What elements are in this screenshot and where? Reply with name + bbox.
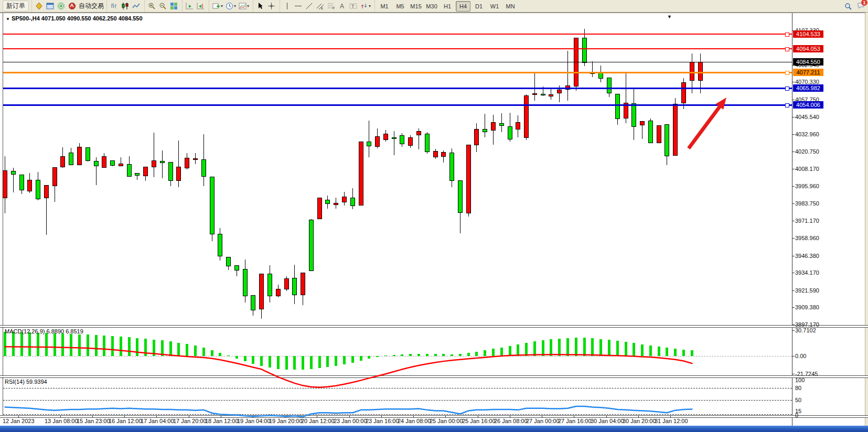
crosshair-icon[interactable]	[266, 1, 277, 12]
new-order-button[interactable]: 新订单	[3, 1, 29, 12]
zoom-out-icon[interactable]	[157, 1, 168, 12]
trend-arrow-shaft[interactable]	[689, 103, 722, 148]
templates-icon-dropdown[interactable]: ▾	[247, 4, 249, 8]
macd-signal-line	[5, 347, 692, 387]
timeframe-M15[interactable]: M15	[409, 1, 423, 12]
search-icon[interactable]	[843, 1, 854, 12]
toolbar-group: M1M5M15M30H1H4D1W1MN	[374, 1, 520, 12]
timeframe-H4[interactable]: H4	[456, 1, 470, 12]
chart-shift-icon[interactable]	[195, 1, 206, 12]
price-label-badge: 4094.053	[793, 45, 823, 52]
trendline-icon[interactable]	[304, 1, 315, 12]
svg-text:E: E	[321, 7, 323, 10]
svg-text:A: A	[340, 3, 344, 10]
timeframe-H1[interactable]: H1	[440, 1, 455, 12]
chevron-down-icon[interactable]: ▼	[6, 17, 10, 21]
arrows-icon[interactable]	[359, 1, 370, 12]
periods-icon-dropdown[interactable]: ▾	[234, 4, 236, 8]
bar-chart-icon[interactable]	[109, 1, 120, 12]
arrows-icon-dropdown[interactable]: ▾	[369, 4, 371, 8]
label-icon[interactable]: T	[348, 1, 359, 12]
periods-icon[interactable]	[224, 1, 235, 12]
templates-icon[interactable]	[237, 1, 248, 12]
chart-window[interactable]: ▼ SP500-,H4 4071.050 4090.550 4062.250 4…	[0, 13, 868, 426]
toolbar-group	[182, 1, 208, 12]
timeframe-M1[interactable]: M1	[377, 1, 392, 12]
timeframe-D1[interactable]: D1	[471, 1, 486, 12]
autotrade-icon[interactable]	[67, 1, 78, 12]
quote-header: ▼ SP500-,H4 4071.050 4090.550 4062.250 4…	[4, 15, 144, 21]
toolbar-group	[144, 1, 181, 12]
notification-badge: 1	[861, 0, 867, 6]
macd-label: MACD(12,26,9) 6.8890 6.8519	[5, 328, 83, 334]
auto-scroll-icon[interactable]	[184, 1, 195, 12]
main-toolbar: 新订单自动交易▾▾▾EFAT▾M1M5M15M30H1H4D1W1MN1	[0, 0, 868, 13]
timeframe-M30[interactable]: M30	[424, 1, 439, 12]
price-label-badge: 4084.550	[793, 58, 823, 66]
cursor-icon[interactable]	[255, 1, 266, 12]
price-label-badge: 4077.211	[793, 69, 823, 76]
price-label-badge: 4065.982	[793, 84, 823, 92]
add-indicator-icon[interactable]	[211, 1, 222, 12]
toolbar-group: EFAT▾	[280, 1, 373, 12]
fibonacci-icon[interactable]: F	[326, 1, 337, 12]
timeframe-M5[interactable]: M5	[393, 1, 408, 12]
navigator-icon[interactable]	[56, 1, 67, 12]
notifications-button[interactable]: 1	[857, 2, 865, 11]
vline-icon[interactable]	[282, 1, 293, 12]
svg-text:T: T	[351, 4, 355, 9]
rsi-line	[5, 406, 692, 417]
timeframe-W1[interactable]: W1	[487, 1, 502, 12]
zoom-in-icon[interactable]	[146, 1, 157, 12]
toolbar-group: 新订单	[1, 1, 30, 12]
text-icon[interactable]: A	[337, 1, 348, 12]
rsi-label: RSI(14) 59.9394	[5, 379, 47, 385]
autotrading-button[interactable]: 自动交易	[79, 2, 104, 10]
toolbar-group: ▾▾▾	[209, 1, 252, 12]
data-window-icon[interactable]	[45, 1, 56, 12]
svg-text:F: F	[333, 6, 335, 10]
chart-overlay	[0, 13, 868, 432]
price-label-badge: 4054.006	[793, 101, 823, 109]
chart-shift-marker[interactable]: ▼	[667, 14, 672, 19]
market-watch-icon[interactable]	[34, 1, 45, 12]
hline-icon[interactable]	[293, 1, 304, 12]
price-label-badge: 4104.533	[793, 30, 823, 38]
timeframe-MN[interactable]: MN	[503, 1, 518, 12]
channel-icon[interactable]: E	[315, 1, 326, 12]
toolbar-group	[253, 1, 278, 12]
toolbar-group: 自动交易	[31, 1, 105, 12]
candle-chart-icon[interactable]	[120, 1, 131, 12]
line-chart-icon[interactable]	[131, 1, 142, 12]
add-indicator-icon-dropdown[interactable]: ▾	[221, 4, 223, 8]
toolbar-group	[106, 1, 143, 12]
tile-windows-icon[interactable]	[168, 1, 179, 12]
application-window: 新订单自动交易▾▾▾EFAT▾M1M5M15M30H1H4D1W1MN1 ▼ S…	[0, 0, 868, 432]
toolbar-right: 1	[843, 1, 865, 12]
